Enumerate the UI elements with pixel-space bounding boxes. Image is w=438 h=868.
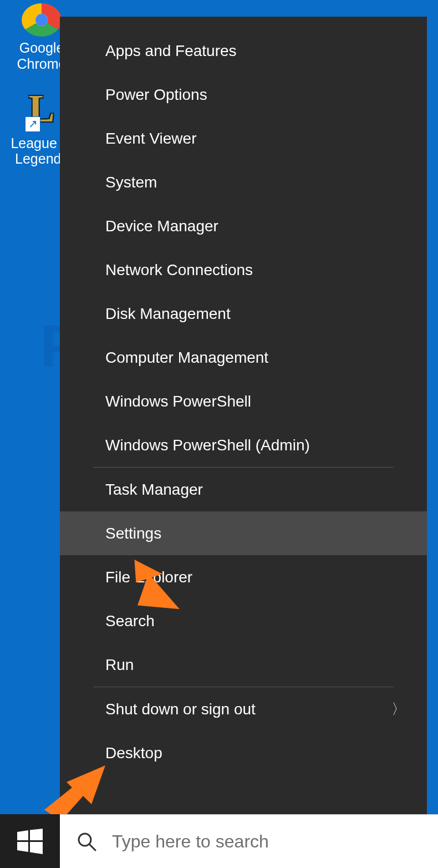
menu-item-label: Task Manager [105,481,203,499]
taskbar-search[interactable]: Type here to search [60,814,438,868]
menu-item-label: System [105,174,157,191]
menu-item-label: Windows PowerShell (Admin) [105,436,310,454]
menu-event-viewer[interactable]: Event Viewer [60,116,427,160]
menu-disk-management[interactable]: Disk Management [60,292,427,336]
search-icon [77,831,96,851]
menu-item-label: Event Viewer [105,130,196,148]
windows-logo-icon [17,829,43,854]
menu-item-label: Computer Management [105,349,268,367]
league-icon: ↗ [22,87,62,132]
svg-point-6 [79,834,91,846]
search-placeholder: Type here to search [112,831,269,852]
menu-item-label: Device Manager [105,217,218,235]
svg-line-7 [90,845,95,850]
menu-item-label: Disk Management [105,305,231,323]
svg-marker-3 [30,829,43,840]
menu-item-label: Power Options [105,86,207,104]
menu-item-label: Settings [105,525,161,542]
menu-item-label: Run [105,656,134,674]
shortcut-overlay-icon: ↗ [25,116,40,132]
chevron-right-icon: 〉 [391,699,406,719]
menu-item-label: Apps and Features [105,42,237,60]
menu-item-label: Search [105,612,155,630]
taskbar: Type here to search [0,814,438,868]
start-button[interactable] [0,814,60,868]
winx-power-menu: Apps and Features Power Options Event Vi… [60,17,427,814]
menu-item-label: Network Connections [105,261,253,279]
menu-item-label: Desktop [105,744,162,762]
menu-task-manager[interactable]: Task Manager [60,468,427,511]
menu-search[interactable]: Search [60,599,427,643]
svg-marker-4 [17,842,28,852]
menu-item-label: Shut down or sign out [105,701,256,718]
menu-item-label: Windows PowerShell [105,393,251,410]
menu-network-connections[interactable]: Network Connections [60,248,427,292]
menu-device-manager[interactable]: Device Manager [60,204,427,248]
chrome-icon [22,3,62,37]
menu-computer-management[interactable]: Computer Management [60,336,427,379]
menu-power-options[interactable]: Power Options [60,73,427,116]
menu-run[interactable]: Run [60,643,427,687]
menu-settings[interactable]: Settings [60,511,427,555]
menu-windows-powershell-admin[interactable]: Windows PowerShell (Admin) [60,423,427,467]
menu-windows-powershell[interactable]: Windows PowerShell [60,379,427,423]
menu-desktop[interactable]: Desktop [60,731,427,775]
svg-marker-2 [17,830,28,840]
menu-apps-and-features[interactable]: Apps and Features [60,29,427,73]
menu-file-explorer[interactable]: File Explorer [60,555,427,599]
menu-item-label: File Explorer [105,568,192,586]
menu-system[interactable]: System [60,160,427,204]
svg-marker-5 [30,842,43,854]
menu-shutdown-signout[interactable]: Shut down or sign out 〉 [60,687,427,731]
